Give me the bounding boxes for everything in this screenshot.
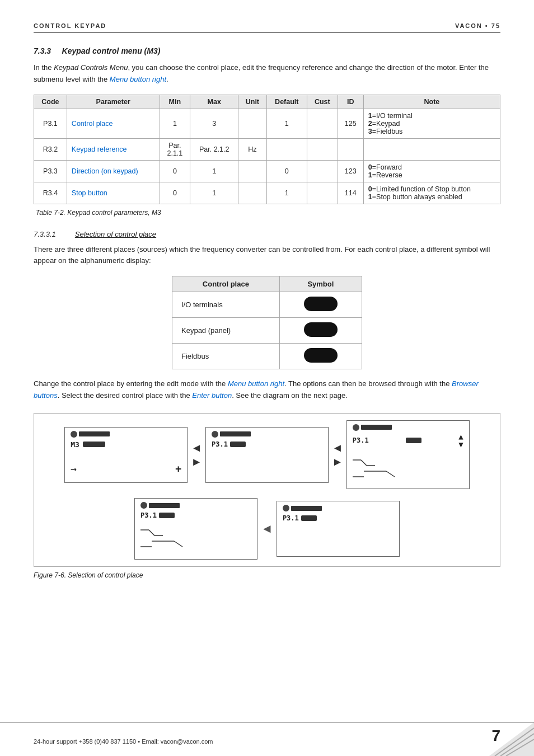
subsection-number: 7.3.3.1: [34, 230, 56, 238]
col-code: Code: [34, 95, 67, 109]
row-default: [266, 138, 307, 160]
svg-line-1: [361, 460, 367, 466]
symbol-keypad: [279, 318, 362, 344]
symbol-fieldbus: [279, 344, 362, 369]
svg-line-7: [149, 530, 154, 536]
p31-row-4: P3.1: [283, 513, 394, 523]
row-id: 114: [338, 182, 363, 204]
figure-caption: Figure 7-6. Selection of control place: [34, 571, 500, 579]
row-default: 1: [266, 109, 307, 138]
svg-marker-12: [489, 722, 534, 756]
row-unit: Hz: [238, 138, 266, 160]
menu-button-right-link2[interactable]: Menu button right: [228, 379, 284, 388]
svg-line-4: [386, 471, 395, 477]
row-code: R3.4: [34, 182, 67, 204]
change-text: Change the control place by entering the…: [34, 378, 500, 402]
subsection-heading: Selection of control place: [75, 230, 156, 238]
screen-knob: [353, 424, 359, 431]
row-cust: [307, 138, 338, 160]
section-intro: In the Keypad Controls Menu, you can cho…: [34, 62, 500, 86]
table-row: Keypad (panel): [172, 318, 362, 344]
row-code: P3.3: [34, 160, 67, 182]
screen-m3-body: M3 → +: [71, 439, 181, 477]
row-unit: [238, 182, 266, 204]
row-note: 0=Limited function of Stop button1=Stop …: [363, 182, 500, 204]
slash-pattern: [353, 457, 463, 486]
screen-p31-body-4: P3.1: [283, 513, 394, 523]
screen-p31-1: P3.1: [205, 427, 329, 483]
header-right-text: VACON • 75: [455, 22, 500, 29]
up-arrow-icon: ▲: [458, 433, 463, 440]
subsection-title: 7.3.3.1 Selection of control place: [34, 230, 500, 238]
row-cust: [307, 160, 338, 182]
params-table: Code Parameter Min Max Unit Default Cust…: [34, 95, 500, 204]
col-default: Default: [266, 95, 307, 109]
table-row: I/O terminals: [172, 292, 362, 318]
p31-bar-3: [159, 513, 175, 518]
row-min: 0: [160, 182, 190, 204]
right-arrow-icon-2: ►: [332, 456, 343, 468]
row-id: 125: [338, 109, 363, 138]
direction-link: Direction (on keypad): [72, 167, 138, 175]
keypad-ref-link: Keypad reference: [72, 145, 127, 153]
diagram-section: M3 → + ◄ ►: [34, 413, 500, 579]
page: CONTROL KEYPAD VACON • 75 7.3.3 Keypad c…: [0, 0, 534, 756]
row-param: Stop button: [67, 182, 160, 204]
row-min: Par.2.1.1: [160, 138, 190, 160]
p31-bar: [230, 442, 246, 447]
screen-p31-2: P3.1 ▲ ▼: [346, 420, 470, 490]
corner-decoration: [489, 722, 534, 756]
sym-col-symbol: Symbol: [279, 276, 362, 292]
screen-knob: [283, 505, 289, 511]
p31-label-4: P3.1: [283, 513, 299, 523]
screen-knob: [212, 431, 218, 438]
col-max: Max: [190, 95, 238, 109]
p31-row-3: P3.1: [140, 510, 251, 520]
row-default: 0: [266, 160, 307, 182]
p31-label-1: P3.1: [212, 439, 228, 449]
row-default: 1: [266, 182, 307, 204]
col-cust: Cust: [307, 95, 338, 109]
row-note: 1=I/O terminal2=Keypad3=Fieldbus: [363, 109, 500, 138]
table-row: Fieldbus: [172, 344, 362, 369]
row-max: 3: [190, 109, 238, 138]
p31-bar-4: [301, 515, 317, 521]
enter-button-link[interactable]: Enter button: [192, 391, 232, 400]
m3-label: M3: [71, 439, 79, 450]
left-arrow-icon-2: ◄: [332, 442, 343, 454]
col-parameter: Parameter: [67, 95, 160, 109]
nav-arrow-1: ◄ ►: [191, 442, 202, 468]
svg-line-10: [174, 541, 182, 547]
m3-controls: → +: [71, 461, 181, 476]
pattern-svg: [140, 527, 196, 552]
section-number: 7.3.3: [34, 46, 51, 55]
edit-diagram-svg: [353, 457, 409, 482]
back-arrow: ◄: [261, 522, 273, 536]
subsection-intro: There are three different places (source…: [34, 244, 500, 267]
row-max: Par. 2.1.2: [190, 138, 238, 160]
screen-p31-body-2: P3.1 ▲ ▼: [353, 433, 463, 486]
table-row: R3.2 Keypad reference Par.2.1.1 Par. 2.1…: [34, 138, 500, 160]
fieldbus-symbol: [304, 348, 338, 363]
table-row: P3.1 Control place 1 3 1 125 1=I/O termi…: [34, 109, 500, 138]
header-left-text: CONTROL KEYPAD: [34, 22, 106, 29]
screen-knob: [71, 431, 77, 438]
screen-p31-body-1: P3.1: [212, 439, 322, 449]
p31-row-2: P3.1 ▲ ▼: [353, 433, 463, 448]
screen-bar: [291, 506, 322, 511]
left-arrow-icon: ◄: [191, 442, 202, 454]
col-note: Note: [363, 95, 500, 109]
p31-bar-2: [406, 438, 421, 443]
row-note: [363, 138, 500, 160]
row-param: Direction (on keypad): [67, 160, 160, 182]
row-id: 123: [338, 160, 363, 182]
screen-knob: [140, 502, 147, 509]
nav-arrow-2: ◄ ►: [332, 442, 343, 468]
section-heading: Keypad control menu (M3): [62, 46, 161, 55]
row-max: 1: [190, 160, 238, 182]
screen-bar: [149, 503, 180, 508]
menu-button-right-link[interactable]: Menu button right: [110, 75, 166, 83]
stop-button-link: Stop button: [72, 189, 107, 197]
row-max: 1: [190, 182, 238, 204]
p31-label-3: P3.1: [140, 510, 157, 520]
